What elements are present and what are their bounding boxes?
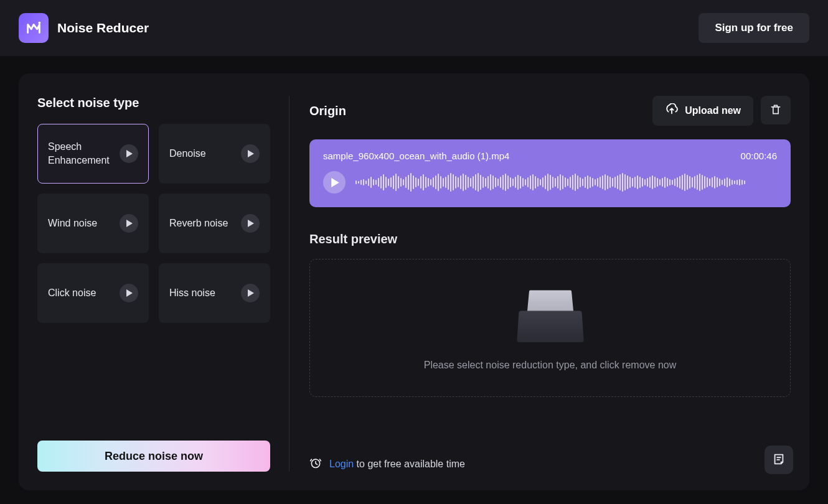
noise-type-label: Hiss noise	[169, 286, 215, 300]
play-sample-button[interactable]	[241, 144, 260, 163]
noise-type-title: Select noise type	[37, 96, 270, 110]
delete-button[interactable]	[761, 96, 791, 124]
audio-player: sample_960x400_ocean_with_audio (1).mp4 …	[309, 139, 791, 207]
origin-actions: Upload new	[652, 96, 791, 126]
result-hint: Please select noise reduction type, and …	[424, 360, 677, 371]
reduce-noise-button[interactable]: Reduce noise now	[37, 441, 270, 472]
origin-title: Origin	[309, 104, 346, 118]
noise-type-label: Wind noise	[48, 217, 97, 230]
play-sample-button[interactable]	[120, 144, 138, 163]
play-sample-button[interactable]	[120, 214, 138, 233]
result-preview-box: Please select noise reduction type, and …	[309, 259, 791, 397]
noise-type-denoise[interactable]: Denoise	[159, 124, 270, 184]
app-logo	[19, 13, 49, 43]
result-title: Result preview	[309, 232, 791, 246]
signup-button[interactable]: Sign up for free	[699, 13, 809, 43]
noise-type-label: Denoise	[169, 147, 206, 161]
play-sample-button[interactable]	[241, 214, 260, 233]
login-link[interactable]: Login	[329, 459, 354, 469]
login-row: Login to get free available time	[309, 438, 791, 472]
noise-type-hiss[interactable]: Hiss noise	[159, 263, 270, 323]
audio-waveform[interactable]	[355, 170, 777, 195]
svg-point-0	[39, 22, 41, 24]
origin-header: Origin Upload new	[309, 96, 791, 126]
noise-type-grid: Speech Enhancement Denoise Wind noise	[37, 124, 270, 323]
upload-icon	[665, 103, 679, 118]
header-left: Noise Reducer	[19, 13, 149, 43]
audio-filename: sample_960x400_ocean_with_audio (1).mp4	[323, 151, 509, 161]
clock-icon	[309, 457, 322, 472]
upload-label: Upload new	[685, 105, 741, 116]
audio-play-button[interactable]	[323, 171, 346, 194]
empty-inbox-icon	[518, 285, 583, 342]
login-text: Login to get free available time	[329, 459, 465, 470]
upload-new-button[interactable]: Upload new	[652, 96, 753, 126]
main-panel: Select noise type Speech Enhancement Den…	[19, 73, 809, 490]
note-icon	[772, 452, 786, 468]
noise-type-label: Speech Enhancement	[48, 140, 120, 167]
noise-type-label: Reverb noise	[169, 217, 228, 230]
audio-controls	[323, 170, 777, 195]
main-container: Select noise type Speech Enhancement Den…	[0, 56, 828, 504]
noise-type-reverb[interactable]: Reverb noise	[159, 194, 270, 253]
noise-type-speech-enhancement[interactable]: Speech Enhancement	[37, 124, 149, 184]
noise-type-click[interactable]: Click noise	[37, 263, 149, 323]
feedback-button[interactable]	[764, 446, 793, 474]
audio-meta: sample_960x400_ocean_with_audio (1).mp4 …	[323, 151, 777, 161]
play-sample-button[interactable]	[241, 284, 260, 302]
trash-icon	[769, 103, 782, 118]
play-sample-button[interactable]	[120, 284, 138, 302]
audio-duration: 00:00:46	[741, 151, 777, 161]
login-rest: to get free available time	[354, 459, 465, 469]
app-header: Noise Reducer Sign up for free	[0, 0, 828, 56]
noise-type-label: Click noise	[48, 286, 96, 300]
left-column: Select noise type Speech Enhancement Den…	[37, 96, 289, 472]
noise-type-wind[interactable]: Wind noise	[37, 194, 149, 253]
app-title: Noise Reducer	[57, 21, 149, 35]
right-column: Origin Upload new	[289, 96, 791, 472]
